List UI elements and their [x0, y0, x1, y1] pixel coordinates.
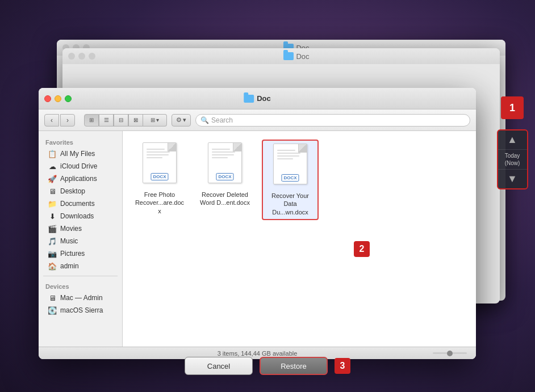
sidebar-item-macos-sierra[interactable]: 💽 macOS Sierra [41, 304, 120, 317]
sidebar-item-desktop[interactable]: 🖥 Desktop [41, 185, 120, 197]
sidebar-item-label: admin [60, 262, 79, 270]
titlebar: Doc [39, 88, 476, 109]
icon-view-button[interactable]: ⊞ [84, 114, 99, 127]
folder-icon [244, 95, 254, 103]
doc-badge-3: DOCX [281, 174, 299, 182]
sidebar-item-music[interactable]: 🎵 Music [41, 235, 120, 247]
file-item-2[interactable]: DOCX Recover Deleted Word D...ent.docx [197, 140, 253, 220]
time-back-button[interactable]: ▲ [498, 130, 527, 150]
sidebar-item-movies[interactable]: 🎬 Movies [41, 222, 120, 235]
step-badge-2: 2 [354, 241, 370, 257]
time-label: Today (Now) [498, 150, 527, 169]
doc-badge-2: DOCX [216, 173, 233, 180]
sidebar-item-mac-admin[interactable]: 🖥 Mac — Admin [41, 292, 120, 304]
coverflow-view-button[interactable]: ⊠ [128, 114, 143, 127]
sidebar-item-label: All My Files [60, 150, 95, 158]
doc-line [147, 154, 169, 155]
doc-lines [274, 147, 307, 162]
doc-line [212, 149, 230, 150]
doc-page-3: DOCX [273, 144, 307, 184]
doc-line [277, 150, 295, 151]
file-icon-3: DOCX [270, 144, 311, 189]
fullscreen-button[interactable] [65, 95, 72, 102]
back-button[interactable]: ‹ [44, 114, 59, 127]
sidebar-item-all-my-files[interactable]: 📋 All My Files [41, 147, 120, 160]
search-box[interactable]: 🔍 Search [195, 114, 470, 127]
toolbar: ‹ › ⊞ ☰ ⊟ ⊠ ⊞ ▾ ⚙ ▾ 🔍 Search [39, 109, 476, 131]
file-grid: DOCX Free Photo Recover...are.docx [123, 131, 476, 347]
sidebar-item-applications[interactable]: 🚀 Applications [41, 172, 120, 185]
time-machine-panel: 1 ▲ Today (Now) ▼ [495, 96, 529, 189]
sidebar-item-icloud-drive[interactable]: ☁ iCloud Drive [41, 160, 120, 172]
stack-dot [89, 53, 95, 60]
sidebar-item-label: Music [60, 237, 78, 245]
close-button[interactable] [44, 95, 51, 102]
desktop-icon: 🖥 [48, 187, 57, 196]
sidebar-item-label: Applications [60, 175, 97, 183]
view-buttons: ⊞ ☰ ⊟ ⊠ ⊞ ▾ [84, 114, 167, 127]
cancel-button[interactable]: Cancel [185, 357, 253, 375]
time-forward-button[interactable]: ▼ [498, 169, 527, 188]
mac-icon: 🖥 [48, 293, 57, 302]
doc-line [212, 157, 228, 158]
slider-thumb [447, 351, 453, 356]
badge-2-container: 2 [354, 241, 370, 257]
stack-dot [68, 53, 75, 60]
sidebar-item-label: Desktop [60, 187, 85, 195]
sidebar-item-label: Mac — Admin [60, 294, 103, 302]
home-icon: 🏠 [48, 262, 57, 271]
sidebar-item-documents[interactable]: 📁 Documents [41, 197, 120, 210]
doc-page-1: DOCX [143, 142, 177, 183]
step-badge-1: 1 [501, 96, 524, 119]
list-view-button[interactable]: ☰ [99, 114, 114, 127]
doc-line [277, 158, 293, 159]
sidebar-item-downloads[interactable]: ⬇ Downloads [41, 210, 120, 222]
favorites-section-label: Favorites [39, 136, 122, 147]
sidebar-item-label: Documents [60, 200, 95, 208]
action-button[interactable]: ⚙ ▾ [172, 114, 191, 127]
movies-icon: 🎬 [48, 224, 57, 233]
sidebar-item-admin[interactable]: 🏠 admin [41, 260, 120, 272]
forward-button[interactable]: › [60, 114, 75, 127]
traffic-lights [44, 95, 72, 102]
time-machine-controls: ▲ Today (Now) ▼ [497, 129, 528, 189]
step-badge-3: 3 [335, 358, 350, 374]
file-icon-2: DOCX [204, 142, 245, 188]
stack-dot [78, 53, 85, 60]
nav-buttons: ‹ › [44, 114, 75, 127]
doc-line [147, 149, 165, 150]
sidebar-item-label: Movies [60, 225, 82, 233]
status-text: 3 items, 144,44 GB available [218, 350, 298, 357]
bottom-bar: Cancel Restore 3 [185, 357, 350, 375]
stack-title-2: Doc [99, 52, 494, 61]
doc-line [277, 153, 300, 154]
sidebar-item-label: iCloud Drive [60, 162, 97, 170]
file-item-3[interactable]: DOCX Recover Your Data Du...wn.docx [262, 140, 319, 220]
content-area: Favorites 📋 All My Files ☁ iCloud Drive … [39, 131, 476, 347]
music-icon: 🎵 [48, 237, 57, 246]
view-options-button[interactable]: ⊞ ▾ [143, 114, 167, 127]
file-item-1[interactable]: DOCX Free Photo Recover...are.docx [131, 140, 188, 220]
file-icon-1: DOCX [139, 142, 180, 188]
folder-icon [283, 52, 294, 60]
doc-lines [143, 146, 176, 161]
size-slider[interactable] [433, 352, 467, 354]
sidebar-item-pictures[interactable]: 📷 Pictures [41, 247, 120, 260]
disk-icon: 💽 [48, 306, 57, 315]
sidebar-item-label: Downloads [60, 212, 94, 220]
doc-line [277, 155, 299, 157]
downloads-icon: ⬇ [48, 212, 57, 221]
doc-line [147, 157, 162, 158]
applications-icon: 🚀 [48, 174, 57, 183]
minimize-button[interactable] [55, 95, 61, 102]
file-name-1: Free Photo Recover...are.docx [134, 191, 185, 215]
sidebar-item-label: Pictures [60, 250, 85, 258]
finder-window: Doc ‹ › ⊞ ☰ ⊟ ⊠ ⊞ ▾ ⚙ ▾ 🔍 Search Favorit… [39, 88, 476, 359]
icloud-icon: ☁ [48, 162, 57, 171]
sidebar: Favorites 📋 All My Files ☁ iCloud Drive … [39, 131, 123, 347]
doc-badge-1: DOCX [151, 173, 168, 180]
restore-button[interactable]: Restore [260, 357, 328, 375]
search-placeholder: Search [211, 116, 233, 124]
gear-icon: ⚙ [176, 116, 182, 124]
column-view-button[interactable]: ⊟ [114, 114, 128, 127]
